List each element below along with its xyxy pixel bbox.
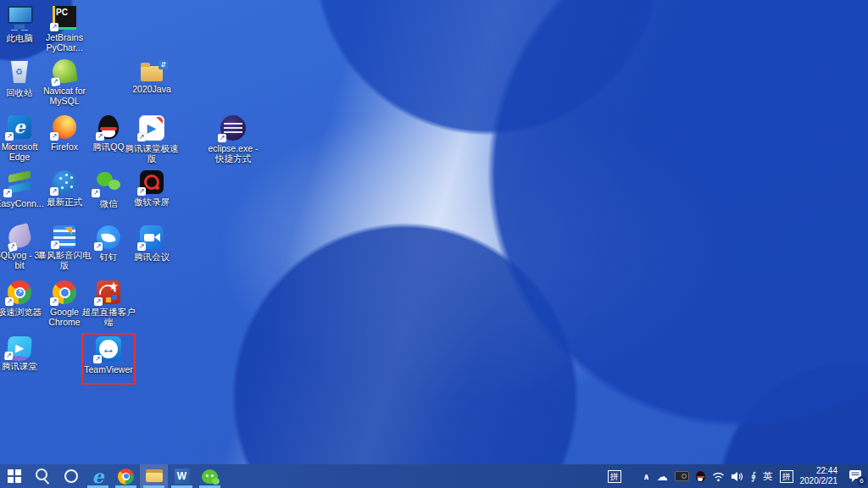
shortcut-arrow-icon: ↗ — [96, 132, 104, 141]
tb-edge-glyph: e — [92, 467, 104, 485]
clock[interactable]: 22:44 2020/2/21 — [800, 466, 838, 487]
desktop-icon-tencent-ketang[interactable]: ▶↗腾讯课堂 — [0, 336, 47, 371]
word-icon: W — [175, 469, 190, 484]
wifi-icon[interactable] — [712, 471, 725, 482]
cortana-icon — [60, 466, 81, 486]
icon-label: 傲软录屏 — [124, 197, 180, 207]
taskbar-edge-button[interactable]: e — [84, 464, 112, 488]
shortcut-arrow-icon: ↗ — [137, 242, 146, 251]
volume-icon[interactable] — [732, 471, 744, 482]
wechat-icon: ↗ — [94, 170, 123, 196]
edge-glyph: e — [14, 118, 25, 136]
recycle-bin-icon — [5, 59, 34, 85]
shortcut-arrow-icon: ↗ — [94, 242, 103, 251]
desktop-wallpaper: 此电脑PC↗JetBrainsPyChar...回收站↗Navicat forM… — [0, 0, 868, 464]
icon-label: 超星直播客户端 — [81, 307, 136, 328]
shortcut-arrow-icon: ↗ — [50, 23, 58, 31]
file-explorer-icon — [144, 466, 164, 486]
taskbar-file-explorer-button[interactable] — [140, 464, 168, 488]
icon-label: 腾讯课堂极速版 — [124, 143, 180, 164]
jetbrains-pycharm-icon: PC↗ — [53, 6, 76, 30]
taskbar: eW 拼 英 拼 22:44 2020/2/21 — [0, 464, 868, 488]
speedbrowser-glyph: ⚡ — [17, 287, 24, 297]
notification-center-button[interactable]: 6 — [848, 469, 863, 483]
taskbar-cortana-button[interactable] — [56, 464, 84, 488]
system-tray: 拼 英 拼 22:44 2020/2/21 — [608, 464, 868, 488]
desktop-icon-2020java-folder[interactable]: 2020Java — [124, 59, 180, 94]
shortcut-arrow-icon: ↗ — [5, 132, 14, 141]
zuixin-zhengshi-icon: ↗ — [53, 170, 76, 194]
ketangspeed-glyph: ▶ — [147, 122, 157, 134]
2020java-folder-icon — [141, 66, 163, 81]
teamviewer-glyph: ↔ — [102, 342, 115, 356]
icon-label: 腾讯课堂 — [0, 361, 47, 371]
ime-mode-indicator[interactable]: 拼 — [780, 470, 793, 483]
pycharm-glyph: PC — [56, 8, 68, 17]
cloud-tray-icon[interactable] — [657, 471, 668, 482]
wechat-icon — [202, 469, 218, 484]
shortcut-arrow-icon: ↗ — [137, 187, 146, 196]
taskbar-chrome-button[interactable] — [112, 464, 140, 488]
eclipse-shortcut-icon: ↗ — [220, 115, 246, 141]
baofeng-player-icon: ↗ — [53, 225, 75, 247]
tencent-qq-icon: ↗ — [98, 115, 119, 139]
microsoft-edge-icon: e↗ — [8, 115, 31, 139]
desktop-icon-jetbrains-pycharm[interactable]: PC↗JetBrainsPyChar... — [36, 5, 92, 53]
desktop-icon-navicat-for-mysql[interactable]: ↗Navicat forMySQL — [36, 59, 92, 107]
shortcut-arrow-icon: ↗ — [137, 133, 146, 141]
shortcut-arrow-icon: ↗ — [92, 189, 100, 197]
icon-label: Navicat forMySQL — [36, 86, 92, 107]
taskbar-search-button[interactable] — [28, 464, 56, 488]
icon-label: JetBrainsPyChar... — [36, 32, 92, 53]
shortcut-arrow-icon: ↗ — [5, 297, 14, 306]
shortcut-arrow-icon: ↗ — [3, 189, 12, 197]
desktop-icon-apowerrec[interactable]: ↗傲软录屏 — [124, 170, 180, 207]
tketang-glyph: ▶ — [15, 342, 25, 353]
desktop-icon-tencent-meeting[interactable]: ↗腾讯会议 — [124, 225, 180, 262]
desktop-icon-eclipse-shortcut[interactable]: ↗eclipse.exe -快捷方式 — [205, 115, 261, 164]
shortcut-arrow-icon: ↗ — [50, 187, 58, 196]
taskbar-start-button[interactable] — [0, 464, 28, 488]
tencent-ketang-icon: ▶↗ — [7, 336, 32, 358]
taskbar-wechat-button[interactable] — [196, 464, 224, 488]
easyconnect-icon: ↗ — [6, 170, 33, 196]
language-indicator[interactable]: 英 — [763, 470, 773, 483]
ime-pinyin-floating-button[interactable]: 拼 — [608, 470, 621, 483]
search-icon — [32, 466, 53, 486]
chaoxing-live-client-icon: ★↗ — [97, 280, 120, 304]
tray-overflow-chevron-icon[interactable] — [643, 471, 650, 481]
screen-recorder-camera-tray-icon[interactable] — [675, 471, 689, 481]
speed-browser-icon: ⚡↗ — [8, 280, 31, 304]
tencent-ketang-speed-icon: ▶↗ — [139, 115, 164, 141]
taskbar-app-buttons: eW — [0, 464, 224, 488]
shortcut-arrow-icon: ↗ — [93, 355, 102, 363]
chaoxing-glyph: ★ — [108, 280, 119, 291]
desktop-icon-chaoxing-live-client[interactable]: ★↗超星直播客户端 — [81, 280, 136, 328]
navicat-for-mysql-icon: ↗ — [51, 58, 78, 85]
icon-label: 2020Java — [124, 84, 180, 94]
tencent-meeting-icon: ↗ — [140, 225, 164, 249]
edge-icon: e — [88, 466, 108, 486]
clock-time: 22:44 — [800, 466, 838, 477]
icon-label: eclipse.exe -快捷方式 — [205, 143, 261, 164]
shortcut-arrow-icon: ↗ — [94, 297, 103, 306]
qq-tray-icon[interactable] — [696, 471, 705, 482]
shortcut-arrow-icon: ↗ — [50, 132, 58, 141]
shortcut-arrow-icon: ↗ — [4, 352, 14, 360]
apowerrec-icon: ↗ — [140, 170, 164, 194]
shortcut-arrow-icon: ↗ — [51, 241, 59, 249]
hook-tray-icon[interactable] — [751, 471, 756, 481]
desktop-icon-teamviewer[interactable]: ↔↗TeamViewer — [81, 336, 136, 374]
start-icon — [4, 466, 25, 486]
taskbar-word-button[interactable]: W — [168, 464, 196, 488]
this-pc-icon — [5, 5, 34, 30]
firefox-icon: ↗ — [53, 115, 76, 139]
chrome-icon — [118, 469, 134, 485]
icon-label: 腾讯会议 — [124, 252, 180, 262]
dingtalk-icon: ↗ — [97, 225, 120, 249]
notification-count-badge: 6 — [857, 476, 866, 485]
desktop-icon-tencent-ketang-speed[interactable]: ▶↗腾讯课堂极速版 — [124, 115, 180, 164]
clock-date: 2020/2/21 — [800, 476, 838, 487]
tb-word-glyph: W — [177, 471, 186, 481]
shortcut-arrow-icon: ↗ — [218, 134, 226, 142]
